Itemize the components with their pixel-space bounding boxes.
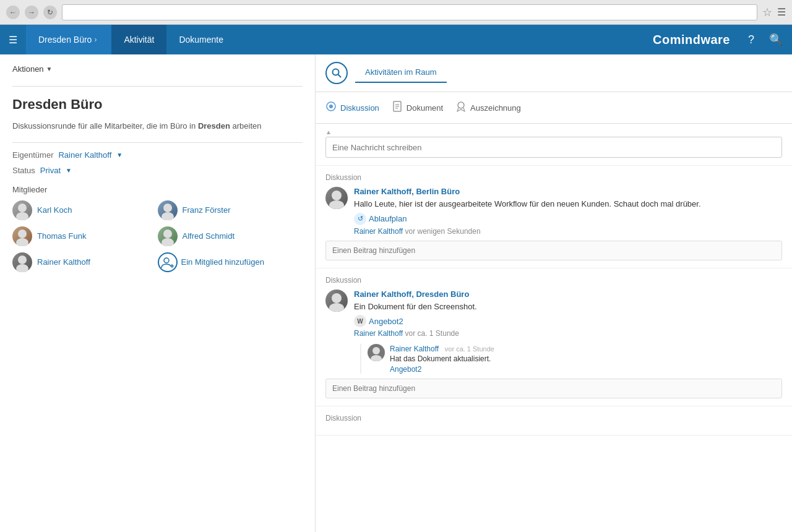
panel-header: Aktivitäten im Raum	[316, 54, 792, 92]
svg-point-7	[161, 238, 174, 246]
sub-reply-content-1: Rainer Kalthoff vor ca. 1 Stunde Hat das…	[390, 344, 782, 374]
room-desc-bold: Dresden	[198, 121, 230, 131]
discussion-2-post: Rainer Kalthoff, Dresden Büro Ein Dokume…	[325, 290, 782, 374]
attachment-icon-1: ↺	[354, 213, 366, 225]
post-meta-2: Rainer Kalthoff vor ca. 1 Stunde	[354, 329, 782, 338]
actions-dropdown-icon: ▼	[46, 66, 53, 72]
status-value[interactable]: Privat	[40, 166, 61, 175]
app-header: ☰ Dresden Büro › Aktivität Dokumente Com…	[0, 25, 792, 54]
status-dropdown-icon[interactable]: ▼	[66, 167, 72, 174]
svg-point-1	[16, 212, 28, 220]
post-meta-author-1[interactable]: Rainer Kalthoff	[354, 227, 403, 236]
panel-search-button[interactable]	[325, 62, 348, 84]
member-item-karl-koch[interactable]: Karl Koch	[12, 200, 158, 220]
svg-point-24	[332, 293, 342, 303]
tab-activities[interactable]: Aktivitäten im Raum	[355, 62, 447, 83]
discussion-filter-icon	[325, 101, 337, 114]
member-name-franz: Franz Förster	[183, 205, 231, 215]
svg-point-5	[16, 238, 28, 246]
members-section: Mitglieder Karl Koch Franz Förster	[12, 185, 303, 272]
member-avatar-alfred	[158, 226, 178, 246]
reload-button[interactable]: ↻	[43, 6, 57, 19]
room-desc-text1: Diskussionsrunde für alle Mitarbeiter, d…	[12, 121, 196, 131]
browser-chrome: ← → ↻ ☆ ☰	[0, 0, 792, 25]
discussion-1-label: Diskussion	[325, 173, 782, 182]
sub-reply-text-1: Hat das Dokument aktualisiert.	[390, 354, 782, 363]
documents-nav-label: Dokumente	[179, 35, 223, 45]
filter-award-label: Auszeichnung	[470, 103, 521, 113]
filter-discussion-label: Diskussion	[340, 103, 379, 113]
svg-point-9	[16, 264, 28, 272]
compose-area: ▲	[316, 124, 792, 166]
reply-input-2[interactable]	[325, 379, 782, 398]
attachment-link-2[interactable]: Angebot2	[369, 317, 403, 326]
status-label: Status	[12, 166, 35, 175]
forward-button[interactable]: →	[25, 6, 38, 19]
discussion-block-2: Diskussion Rainer Kalthoff, Dresden Büro…	[316, 268, 792, 407]
back-button[interactable]: ←	[6, 6, 20, 19]
right-panel: Aktivitäten im Raum Diskussion Dokument	[316, 54, 792, 532]
sub-reply-avatar-1	[368, 344, 385, 361]
post-meta-1: Rainer Kalthoff vor wenigen Sekunden	[354, 227, 782, 236]
room-title: Dresden Büro	[12, 97, 303, 113]
header-icons-group: ? 🔍	[740, 28, 792, 51]
svg-point-27	[371, 355, 382, 361]
post-meta-author-2[interactable]: Rainer Kalthoff	[354, 329, 403, 338]
member-name-alfred: Alfred Schmidt	[183, 231, 235, 241]
filter-document-label: Dokument	[407, 103, 443, 113]
sub-reply-link-1[interactable]: Angebot2	[390, 365, 421, 374]
discussion-3-label: Diskussion	[325, 414, 782, 423]
help-button[interactable]: ?	[740, 28, 762, 51]
activity-feed: Diskussion Rainer Kalthoff, Berlin Büro …	[316, 166, 792, 532]
room-description: Diskussionsrunde für alle Mitarbeiter, d…	[12, 120, 303, 132]
attachment-link-1[interactable]: Ablaufplan	[369, 214, 407, 223]
reply-input-1[interactable]	[325, 241, 782, 260]
discussion-1-post: Rainer Kalthoff, Berlin Büro Hallo Leute…	[325, 187, 782, 236]
post-avatar-1	[325, 187, 348, 209]
add-member-icon	[158, 252, 178, 272]
activity-nav-item[interactable]: Aktivität	[111, 25, 166, 54]
svg-point-22	[332, 191, 342, 200]
members-title: Mitglieder	[12, 185, 303, 194]
member-avatar-franz	[158, 200, 178, 220]
member-item-alfred-schmidt[interactable]: Alfred Schmidt	[158, 226, 303, 246]
browser-menu-icon[interactable]: ☰	[777, 6, 786, 18]
room-nav-item[interactable]: Dresden Büro ›	[26, 25, 111, 54]
hamburger-menu-button[interactable]: ☰	[0, 25, 26, 54]
bookmark-icon[interactable]: ☆	[762, 6, 772, 19]
filter-document[interactable]: Dokument	[392, 98, 443, 117]
svg-point-21	[458, 102, 464, 108]
member-item-rainer-kalthoff[interactable]: Rainer Kalthoff	[12, 252, 158, 272]
post-text-2: Ein Dokument für den Screenshot.	[354, 301, 782, 313]
member-avatar-karl	[12, 200, 32, 220]
svg-line-14	[338, 75, 342, 78]
address-bar[interactable]	[62, 4, 757, 20]
member-item-thomas-funk[interactable]: Thomas Funk	[12, 226, 158, 246]
post-avatar-2	[325, 290, 348, 312]
post-content-2: Rainer Kalthoff, Dresden Büro Ein Dokume…	[354, 290, 782, 374]
discussion-2-label: Diskussion	[325, 276, 782, 285]
svg-point-10	[164, 258, 169, 263]
add-member-button[interactable]: Ein Mitglied hinzufügen	[158, 252, 303, 272]
filter-discussion[interactable]: Diskussion	[325, 98, 379, 117]
compose-input[interactable]	[325, 137, 782, 158]
reply-compose-1	[325, 241, 782, 260]
search-header-button[interactable]: 🔍	[765, 28, 787, 51]
members-grid: Karl Koch Franz Förster Thomas Funk	[12, 200, 303, 272]
status-row: Status Privat ▼	[12, 166, 303, 175]
owner-label: Eigentümer	[12, 150, 53, 160]
post-author-2[interactable]: Rainer Kalthoff, Dresden Büro	[354, 290, 782, 299]
sub-reply-author-1[interactable]: Rainer Kalthoff	[390, 345, 439, 353]
activity-filter-bar: Diskussion Dokument Auszeichnung	[316, 92, 792, 124]
member-item-franz-forster[interactable]: Franz Förster	[158, 200, 303, 220]
member-avatar-rainer	[12, 252, 32, 272]
documents-nav-item[interactable]: Dokumente	[166, 25, 236, 54]
filter-award[interactable]: Auszeichnung	[455, 98, 521, 117]
owner-value[interactable]: Rainer Kalthoff	[58, 150, 111, 160]
svg-point-26	[372, 347, 380, 354]
actions-button[interactable]: Aktionen ▼	[12, 64, 53, 74]
post-author-1[interactable]: Rainer Kalthoff, Berlin Büro	[354, 187, 782, 196]
compose-collapse-toggle[interactable]: ▲	[325, 129, 782, 135]
document-filter-icon	[392, 101, 403, 114]
owner-dropdown-icon[interactable]: ▼	[116, 152, 123, 158]
